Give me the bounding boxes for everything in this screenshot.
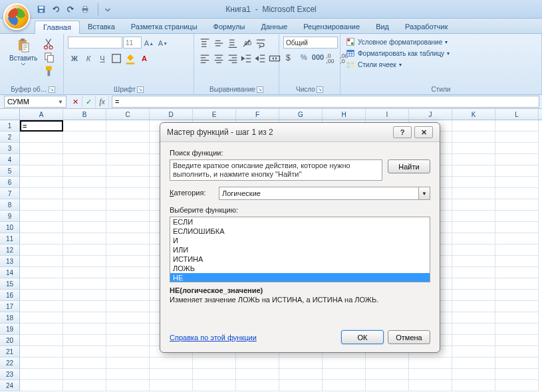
redo-icon[interactable]	[64, 3, 77, 16]
cell[interactable]	[20, 369, 63, 380]
cell[interactable]	[452, 177, 495, 188]
cell[interactable]	[63, 324, 106, 335]
cell[interactable]	[495, 199, 539, 211]
cell[interactable]	[106, 324, 150, 335]
tab-рецензирование[interactable]: Рецензирование	[295, 21, 368, 33]
column-header[interactable]: J	[409, 109, 452, 120]
tab-данные[interactable]: Данные	[253, 21, 295, 33]
cell[interactable]	[452, 335, 495, 346]
cell[interactable]	[495, 256, 539, 267]
column-header[interactable]: I	[366, 109, 409, 120]
cell[interactable]	[452, 165, 495, 177]
cell[interactable]	[63, 357, 106, 369]
tab-формулы[interactable]: Формулы	[205, 21, 253, 33]
cell[interactable]	[495, 267, 539, 278]
tab-вставка[interactable]: Вставка	[80, 21, 123, 33]
cell[interactable]	[495, 233, 539, 245]
dropdown-icon[interactable]: ▼	[418, 187, 430, 199]
border-icon[interactable]	[110, 52, 123, 65]
cell[interactable]	[106, 301, 150, 312]
clipboard-launcher[interactable]: ↘	[49, 86, 55, 93]
bold-icon[interactable]: Ж	[68, 52, 81, 65]
cell[interactable]: =	[20, 120, 63, 132]
fill-color-icon[interactable]	[124, 52, 137, 65]
cell[interactable]	[63, 120, 106, 132]
function-list-item[interactable]: ИСТИНА	[170, 254, 430, 264]
font-color-icon[interactable]: A	[138, 52, 151, 65]
cell[interactable]	[20, 233, 63, 245]
cut-icon[interactable]	[43, 37, 56, 50]
cell[interactable]	[150, 357, 193, 369]
function-list-item[interactable]: НЕ	[170, 273, 430, 282]
dialog-titlebar[interactable]: Мастер функций - шаг 1 из 2 ? ✕	[160, 123, 440, 142]
cell[interactable]	[452, 290, 495, 301]
cell[interactable]	[495, 335, 539, 346]
cell[interactable]	[63, 301, 106, 312]
find-button[interactable]: Найти	[388, 159, 430, 173]
cell[interactable]	[366, 380, 409, 391]
cell[interactable]	[106, 290, 150, 301]
row-header[interactable]: 22	[0, 357, 20, 369]
cell[interactable]	[495, 211, 539, 222]
cell[interactable]	[452, 154, 495, 165]
align-bottom-icon[interactable]	[226, 37, 239, 50]
cell[interactable]	[236, 380, 279, 391]
cell[interactable]	[106, 177, 150, 188]
row-header[interactable]: 21	[0, 346, 20, 357]
close-button[interactable]: ✕	[414, 126, 433, 138]
cell[interactable]	[409, 369, 452, 380]
cell[interactable]	[20, 143, 63, 154]
row-header[interactable]: 14	[0, 267, 20, 278]
function-list-item[interactable]: ЛОЖЬ	[170, 264, 430, 273]
cell[interactable]	[20, 346, 63, 357]
cell[interactable]	[106, 380, 150, 391]
cell[interactable]	[106, 346, 150, 357]
cell[interactable]	[20, 357, 63, 369]
cell[interactable]	[452, 267, 495, 278]
row-header[interactable]: 18	[0, 312, 20, 324]
cell[interactable]	[63, 143, 106, 154]
column-header[interactable]: F	[236, 109, 279, 120]
shrink-font-icon[interactable]: A▼	[156, 37, 170, 50]
help-button[interactable]: ?	[393, 126, 412, 138]
cell[interactable]	[452, 380, 495, 391]
qat-customize-icon[interactable]	[101, 3, 114, 16]
comma-icon[interactable]: 000	[311, 50, 325, 64]
cell[interactable]	[106, 312, 150, 324]
column-header[interactable]: K	[452, 109, 495, 120]
increase-decimal-icon[interactable]: ,0,00	[325, 50, 339, 64]
row-header[interactable]: 4	[0, 154, 20, 165]
cell[interactable]	[323, 357, 366, 369]
percent-icon[interactable]: %	[297, 50, 311, 64]
formula-input[interactable]: =	[112, 96, 539, 108]
cell[interactable]	[452, 211, 495, 222]
copy-icon[interactable]	[43, 50, 56, 64]
cell[interactable]	[20, 165, 63, 177]
function-list-item[interactable]: ЕСЛИОШИБКА	[170, 227, 430, 236]
cell[interactable]	[20, 245, 63, 256]
cell[interactable]	[495, 301, 539, 312]
cell[interactable]	[63, 211, 106, 222]
cell[interactable]	[106, 165, 150, 177]
cell[interactable]	[150, 369, 193, 380]
wrap-text-icon[interactable]	[254, 37, 267, 50]
cell[interactable]	[20, 132, 63, 143]
row-header[interactable]: 15	[0, 278, 20, 290]
cell[interactable]	[452, 132, 495, 143]
decrease-indent-icon[interactable]	[240, 52, 253, 65]
cell[interactable]	[63, 380, 106, 391]
cell[interactable]	[150, 380, 193, 391]
row-header[interactable]: 23	[0, 369, 20, 380]
search-input[interactable]: Введите краткое описание действия, котор…	[170, 159, 382, 181]
cell[interactable]	[106, 267, 150, 278]
underline-icon[interactable]: Ч	[96, 52, 109, 65]
cell[interactable]	[323, 369, 366, 380]
cell[interactable]	[20, 324, 63, 335]
cell[interactable]	[452, 312, 495, 324]
cell[interactable]	[63, 165, 106, 177]
cell[interactable]	[495, 245, 539, 256]
row-header[interactable]: 10	[0, 222, 20, 233]
cell[interactable]	[20, 222, 63, 233]
cell[interactable]	[63, 278, 106, 290]
cell[interactable]	[193, 380, 236, 391]
